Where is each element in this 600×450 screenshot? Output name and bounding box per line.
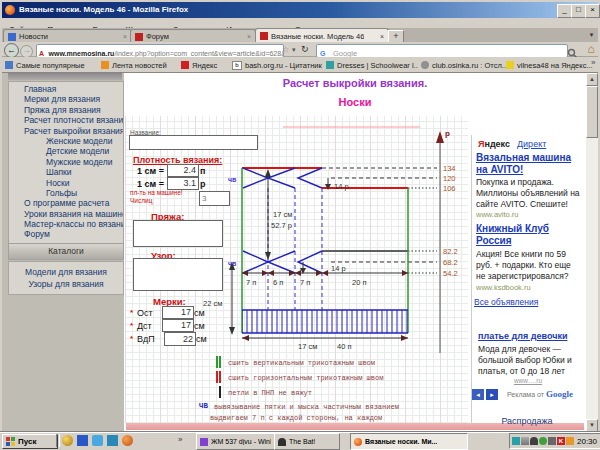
- scrollbar-thumb[interactable]: [586, 86, 598, 138]
- quick-launch-icon-5[interactable]: [122, 435, 133, 446]
- taskbar-button-windjview[interactable]: ЖМ 537 djvu - WinDjView: [196, 433, 278, 450]
- quick-launch-icon-4[interactable]: [107, 435, 118, 446]
- sidebar-item-about[interactable]: О программе расчета: [9, 198, 123, 208]
- vertical-seam-legend-mark: [216, 356, 221, 368]
- sidebar-item-golf[interactable]: Гольфы: [9, 188, 123, 198]
- sidebar-item-home[interactable]: Главная: [9, 84, 123, 94]
- ad1-title-line2[interactable]: на AVITO!: [476, 164, 523, 175]
- sidebar-item-pattern-calc[interactable]: Расчет выкройки вязания: [9, 126, 123, 136]
- ad1-body-line2: Миллионы объявлений на: [476, 188, 580, 199]
- sidebar-item-hats[interactable]: Шапки: [9, 167, 123, 177]
- taskbar-button-firefox-active[interactable]: Вязаные носки. Ми...: [350, 433, 468, 450]
- ad2-title-line1[interactable]: Книжный Клуб: [476, 223, 549, 234]
- ads-divider: [471, 135, 472, 425]
- start-button[interactable]: Пуск: [2, 434, 58, 449]
- ad2-body-line3: не зарегистрировался?: [476, 271, 568, 282]
- tray-kaspersky-icon[interactable]: K: [557, 437, 565, 445]
- tab-forum-close-icon[interactable]: ×: [247, 33, 251, 40]
- quick-launch-icon-3[interactable]: [92, 435, 103, 446]
- reload-icon[interactable]: ↻: [301, 44, 309, 54]
- yandex-direct-link[interactable]: Директ: [517, 139, 546, 149]
- home-button[interactable]: ⌂: [584, 42, 598, 56]
- tab-forum-favicon: [135, 33, 143, 41]
- start-button-label: Пуск: [18, 437, 36, 446]
- sidebar-item-forum[interactable]: Форум: [9, 229, 123, 239]
- quick-launch-icon-1[interactable]: [62, 435, 73, 446]
- sidebar-item-socks[interactable]: Носки: [9, 178, 123, 188]
- taskbar-button-thebat[interactable]: The Bat!: [274, 433, 340, 450]
- row106-label: 106: [443, 184, 456, 193]
- tab-active-close-icon[interactable]: ×: [380, 33, 384, 40]
- legend-cv-text: вывязывание пятки и мыска частичным вяза…: [214, 403, 399, 411]
- bookmark-item[interactable]: b bash.org.ru - Цитатник: [232, 59, 322, 71]
- search-go-magnifier-icon[interactable]: [567, 45, 578, 56]
- google-ads-next-button[interactable]: ▸: [486, 389, 498, 400]
- sidebar-item-women[interactable]: Женские модели: [9, 136, 123, 146]
- bookmark-star-icon[interactable]: ☆: [282, 45, 289, 54]
- bookmarks-overflow-chevron[interactable]: »: [591, 58, 595, 67]
- ad1-title-line1[interactable]: Вязальная машина: [476, 152, 571, 163]
- pnp-legend-mark: [219, 386, 221, 398]
- page-subtitle: Носки: [124, 96, 586, 108]
- google-ad-line1: Мода для девочек —: [478, 344, 561, 355]
- quick-launch-overflow-chevron[interactable]: »: [178, 435, 182, 444]
- sidebar-item-lessons[interactable]: Уроки вязания на машине: [9, 209, 123, 219]
- sidebar-item-patterns-catalog[interactable]: Узоры для вязания: [9, 278, 123, 290]
- url-dropdown-icon[interactable]: ▾: [292, 46, 296, 54]
- google-ad-title[interactable]: платье для девочки: [478, 331, 567, 341]
- tray-language-icon[interactable]: [512, 437, 520, 445]
- sidebar-item-measures[interactable]: Мерки для вязания: [9, 94, 123, 104]
- bookmark-item[interactable]: Самые популярные: [5, 59, 85, 71]
- tray-clock[interactable]: 20:30: [577, 437, 597, 446]
- bookmark-label: Dresses | Schoolwear l..: [337, 61, 418, 70]
- scrollbar-down-button[interactable]: ▼: [586, 419, 598, 432]
- sidebar-item-models-catalog[interactable]: Модели для вязания: [9, 266, 123, 278]
- sidebar-item-yarn[interactable]: Пряжа для вязания: [9, 105, 123, 115]
- bookmark-item[interactable]: club.osinka.ru : Отсл..: [421, 59, 506, 71]
- foot-length-arrowhead-top: [265, 169, 271, 177]
- back-button[interactable]: ←: [4, 43, 19, 58]
- tab-news[interactable]: Новости ×: [3, 29, 132, 43]
- tray-volume-icon[interactable]: [548, 437, 556, 445]
- bookmark-item[interactable]: vilnesa48 на Яндекс...: [506, 59, 593, 71]
- minimize-button[interactable]: _: [557, 4, 572, 18]
- ad1-url[interactable]: www.avito.ru: [476, 210, 519, 219]
- list-tabs-icon[interactable]: ▾: [586, 31, 597, 41]
- tab-active-label: Вязаные носки. Модель 46: [271, 32, 364, 41]
- sidebar-item-density[interactable]: Расчет плотности вязания: [9, 115, 123, 125]
- google-ad-url[interactable]: www….ru: [476, 377, 580, 384]
- close-button[interactable]: ×: [585, 4, 600, 18]
- tab-news-close-icon[interactable]: ×: [123, 33, 127, 40]
- search-bar[interactable]: G Google: [316, 44, 568, 58]
- google-ads-prev-button[interactable]: ◂: [472, 389, 484, 400]
- system-tray: K 20:30: [509, 433, 600, 449]
- tray-agent-icon[interactable]: [539, 437, 547, 445]
- ad2-title-line2[interactable]: Россия: [476, 235, 512, 246]
- url-bar[interactable]: A www.mnemosina.ru/index.php?option=com_…: [36, 44, 284, 58]
- quick-launch-icon-2[interactable]: [77, 435, 88, 446]
- bookmark-item[interactable]: Яндекс: [181, 59, 217, 71]
- bookmark-item[interactable]: Лента новостей: [101, 59, 167, 71]
- tray-thebat-icon[interactable]: [530, 437, 538, 445]
- all-ads-link[interactable]: Все объявления: [474, 297, 538, 307]
- row-axis-label: р: [445, 129, 450, 138]
- maximize-button[interactable]: □: [571, 4, 586, 18]
- tab-active[interactable]: Вязаные носки. Модель 46 ×: [255, 28, 389, 43]
- row134-label: 134: [443, 164, 456, 173]
- windows-flag-icon: [6, 437, 15, 446]
- bookmark-item[interactable]: Dresses | Schoolwear l..: [326, 59, 418, 71]
- bookmark-label: bash.org.ru - Цитатник: [245, 61, 322, 70]
- scrollbar-up-button[interactable]: ▲: [586, 73, 598, 86]
- sidebar-item-children[interactable]: Детские модели: [9, 146, 123, 156]
- tray-network-icon[interactable]: [521, 437, 529, 445]
- title-bar[interactable]: Вязаные носки. Модель 46 - Mozilla Firef…: [2, 2, 598, 18]
- ads-bottom-link[interactable]: Распродажа: [471, 416, 583, 426]
- tab-forum[interactable]: Форум ×: [130, 29, 256, 43]
- sidebar-item-men[interactable]: Мужские модели: [9, 157, 123, 167]
- tray-update-icon[interactable]: [566, 437, 574, 445]
- ad2-url[interactable]: www.ksdbook.ru: [476, 283, 531, 292]
- window-title: Вязаные носки. Модель 46 - Mozilla Firef…: [19, 5, 439, 14]
- firefox-icon: [5, 5, 15, 15]
- heel-14r-label: 14 р: [331, 264, 346, 273]
- sidebar-item-masterclass[interactable]: Мастер-классы по вязанию: [9, 219, 123, 229]
